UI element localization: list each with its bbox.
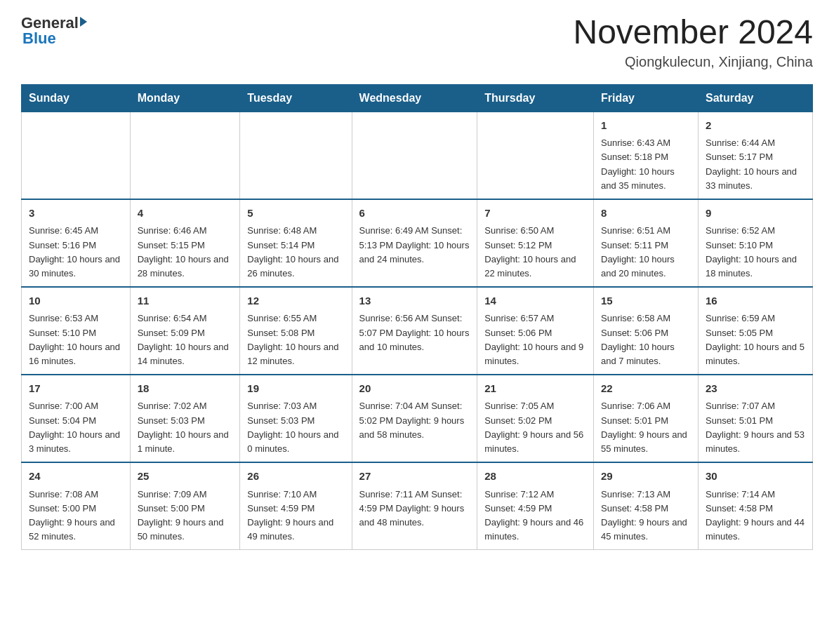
- calendar-cell: 12Sunrise: 6:55 AM Sunset: 5:08 PM Dayli…: [240, 287, 352, 375]
- calendar-cell: 14Sunrise: 6:57 AM Sunset: 5:06 PM Dayli…: [477, 287, 594, 375]
- calendar-cell: 20Sunrise: 7:04 AM Sunset: 5:02 PM Dayli…: [352, 375, 477, 462]
- calendar-cell: [477, 112, 594, 199]
- day-info: Sunrise: 6:44 AM Sunset: 5:17 PM Dayligh…: [706, 136, 805, 193]
- day-number: 20: [359, 381, 470, 397]
- calendar-cell: [130, 112, 240, 199]
- logo: General Blue: [21, 14, 87, 48]
- day-info: Sunrise: 7:02 AM Sunset: 5:03 PM Dayligh…: [138, 399, 233, 456]
- day-header-thursday: Thursday: [477, 84, 594, 112]
- day-number: 4: [138, 206, 233, 222]
- day-header-friday: Friday: [594, 84, 699, 112]
- day-info: Sunrise: 6:46 AM Sunset: 5:15 PM Dayligh…: [138, 224, 233, 281]
- calendar-cell: 21Sunrise: 7:05 AM Sunset: 5:02 PM Dayli…: [477, 375, 594, 462]
- day-info: Sunrise: 6:48 AM Sunset: 5:14 PM Dayligh…: [247, 224, 344, 281]
- day-info: Sunrise: 6:54 AM Sunset: 5:09 PM Dayligh…: [138, 311, 233, 368]
- day-number: 17: [29, 381, 123, 397]
- day-number: 14: [484, 293, 586, 309]
- calendar-cell: 8Sunrise: 6:51 AM Sunset: 5:11 PM Daylig…: [594, 199, 699, 287]
- day-number: 23: [706, 381, 805, 397]
- day-number: 15: [601, 293, 691, 309]
- month-title: November 2024: [573, 14, 813, 51]
- calendar-cell: 10Sunrise: 6:53 AM Sunset: 5:10 PM Dayli…: [22, 287, 131, 375]
- day-header-monday: Monday: [130, 84, 240, 112]
- day-header-sunday: Sunday: [22, 84, 131, 112]
- day-info: Sunrise: 7:11 AM Sunset: 4:59 PM Dayligh…: [359, 488, 470, 530]
- day-info: Sunrise: 7:10 AM Sunset: 4:59 PM Dayligh…: [247, 488, 344, 544]
- calendar-cell: [240, 112, 352, 199]
- day-info: Sunrise: 7:05 AM Sunset: 5:02 PM Dayligh…: [484, 399, 586, 456]
- calendar-cell: 27Sunrise: 7:11 AM Sunset: 4:59 PM Dayli…: [352, 462, 477, 550]
- calendar-cell: 1Sunrise: 6:43 AM Sunset: 5:18 PM Daylig…: [594, 112, 699, 199]
- calendar-cell: 9Sunrise: 6:52 AM Sunset: 5:10 PM Daylig…: [699, 199, 813, 287]
- calendar-cell: [352, 112, 477, 199]
- day-number: 3: [29, 206, 123, 222]
- week-row-3: 17Sunrise: 7:00 AM Sunset: 5:04 PM Dayli…: [22, 375, 813, 462]
- day-info: Sunrise: 7:08 AM Sunset: 5:00 PM Dayligh…: [29, 488, 123, 544]
- calendar-cell: 24Sunrise: 7:08 AM Sunset: 5:00 PM Dayli…: [22, 462, 131, 550]
- day-number: 24: [29, 469, 123, 485]
- calendar-cell: 16Sunrise: 6:59 AM Sunset: 5:05 PM Dayli…: [699, 287, 813, 375]
- calendar-cell: 4Sunrise: 6:46 AM Sunset: 5:15 PM Daylig…: [130, 199, 240, 287]
- day-number: 10: [29, 293, 123, 309]
- week-row-2: 10Sunrise: 6:53 AM Sunset: 5:10 PM Dayli…: [22, 287, 813, 375]
- day-number: 8: [601, 206, 691, 222]
- day-info: Sunrise: 7:04 AM Sunset: 5:02 PM Dayligh…: [359, 399, 470, 441]
- day-info: Sunrise: 6:57 AM Sunset: 5:06 PM Dayligh…: [484, 311, 586, 368]
- day-number: 1: [601, 118, 691, 134]
- calendar-cell: 15Sunrise: 6:58 AM Sunset: 5:06 PM Dayli…: [594, 287, 699, 375]
- day-number: 21: [484, 381, 586, 397]
- calendar-cell: 3Sunrise: 6:45 AM Sunset: 5:16 PM Daylig…: [22, 199, 131, 287]
- day-number: 29: [601, 469, 691, 485]
- day-info: Sunrise: 6:49 AM Sunset: 5:13 PM Dayligh…: [359, 224, 470, 266]
- week-row-1: 3Sunrise: 6:45 AM Sunset: 5:16 PM Daylig…: [22, 199, 813, 287]
- day-number: 7: [484, 206, 586, 222]
- calendar-cell: 25Sunrise: 7:09 AM Sunset: 5:00 PM Dayli…: [130, 462, 240, 550]
- calendar-cell: 22Sunrise: 7:06 AM Sunset: 5:01 PM Dayli…: [594, 375, 699, 462]
- day-info: Sunrise: 7:09 AM Sunset: 5:00 PM Dayligh…: [138, 488, 233, 544]
- day-number: 11: [138, 293, 233, 309]
- calendar-cell: 7Sunrise: 6:50 AM Sunset: 5:12 PM Daylig…: [477, 199, 594, 287]
- logo-blue: Blue: [22, 29, 56, 48]
- calendar-cell: 17Sunrise: 7:00 AM Sunset: 5:04 PM Dayli…: [22, 375, 131, 462]
- day-header-tuesday: Tuesday: [240, 84, 352, 112]
- header-row: SundayMondayTuesdayWednesdayThursdayFrid…: [22, 84, 813, 112]
- day-number: 25: [138, 469, 233, 485]
- calendar-cell: 2Sunrise: 6:44 AM Sunset: 5:17 PM Daylig…: [699, 112, 813, 199]
- calendar-cell: 28Sunrise: 7:12 AM Sunset: 4:59 PM Dayli…: [477, 462, 594, 550]
- logo-arrow-icon: [80, 17, 87, 27]
- calendar-cell: 29Sunrise: 7:13 AM Sunset: 4:58 PM Dayli…: [594, 462, 699, 550]
- title-area: November 2024 Qiongkulecun, Xinjiang, Ch…: [573, 14, 813, 70]
- day-number: 16: [706, 293, 805, 309]
- day-number: 5: [247, 206, 344, 222]
- calendar-cell: 26Sunrise: 7:10 AM Sunset: 4:59 PM Dayli…: [240, 462, 352, 550]
- day-number: 2: [706, 118, 805, 134]
- day-info: Sunrise: 7:12 AM Sunset: 4:59 PM Dayligh…: [484, 488, 586, 544]
- calendar-cell: 5Sunrise: 6:48 AM Sunset: 5:14 PM Daylig…: [240, 199, 352, 287]
- location-title: Qiongkulecun, Xinjiang, China: [573, 54, 813, 70]
- header: General Blue November 2024 Qiongkulecun,…: [21, 14, 813, 70]
- day-number: 13: [359, 293, 470, 309]
- day-info: Sunrise: 7:14 AM Sunset: 4:58 PM Dayligh…: [706, 488, 805, 544]
- day-info: Sunrise: 6:52 AM Sunset: 5:10 PM Dayligh…: [706, 224, 805, 281]
- day-header-saturday: Saturday: [699, 84, 813, 112]
- day-number: 12: [247, 293, 344, 309]
- calendar-body: 1Sunrise: 6:43 AM Sunset: 5:18 PM Daylig…: [22, 112, 813, 549]
- calendar-cell: 19Sunrise: 7:03 AM Sunset: 5:03 PM Dayli…: [240, 375, 352, 462]
- day-info: Sunrise: 7:06 AM Sunset: 5:01 PM Dayligh…: [601, 399, 691, 456]
- calendar-cell: 23Sunrise: 7:07 AM Sunset: 5:01 PM Dayli…: [699, 375, 813, 462]
- day-number: 30: [706, 469, 805, 485]
- day-info: Sunrise: 6:50 AM Sunset: 5:12 PM Dayligh…: [484, 224, 586, 281]
- day-number: 26: [247, 469, 344, 485]
- day-info: Sunrise: 7:00 AM Sunset: 5:04 PM Dayligh…: [29, 399, 123, 456]
- day-number: 27: [359, 469, 470, 485]
- calendar-header: SundayMondayTuesdayWednesdayThursdayFrid…: [22, 84, 813, 112]
- day-info: Sunrise: 6:43 AM Sunset: 5:18 PM Dayligh…: [601, 136, 691, 193]
- day-number: 6: [359, 206, 470, 222]
- day-info: Sunrise: 6:53 AM Sunset: 5:10 PM Dayligh…: [29, 311, 123, 368]
- day-info: Sunrise: 7:03 AM Sunset: 5:03 PM Dayligh…: [247, 399, 344, 456]
- calendar-table: SundayMondayTuesdayWednesdayThursdayFrid…: [21, 84, 813, 550]
- calendar-cell: 6Sunrise: 6:49 AM Sunset: 5:13 PM Daylig…: [352, 199, 477, 287]
- week-row-0: 1Sunrise: 6:43 AM Sunset: 5:18 PM Daylig…: [22, 112, 813, 199]
- calendar-cell: 13Sunrise: 6:56 AM Sunset: 5:07 PM Dayli…: [352, 287, 477, 375]
- day-info: Sunrise: 7:13 AM Sunset: 4:58 PM Dayligh…: [601, 488, 691, 544]
